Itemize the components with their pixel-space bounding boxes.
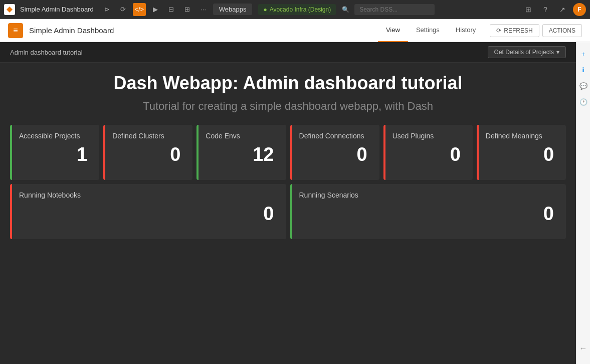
sidenav-back-icon[interactable]: ← [578, 343, 589, 354]
card-label: Running Notebooks [17, 191, 279, 199]
card-running-notebooks: Running Notebooks 0 [10, 184, 286, 239]
project-indicator[interactable]: ● Avocado Infra (Design) [258, 4, 336, 15]
tab-view[interactable]: View [378, 19, 408, 42]
grid-icon[interactable]: ⊞ [522, 3, 535, 16]
top-bar-title: Simple Admin Dashboard [20, 6, 94, 13]
project-name: Avocado Infra (Design) [270, 6, 331, 13]
card-accessible-projects: Accessible Projects 1 [10, 125, 99, 180]
card-value: 0 [390, 144, 466, 165]
dashboard: Admin dashboard tutorial Get Details of … [0, 42, 576, 364]
dashboard-body: Dash Webapp: Admin dashboard tutorial Tu… [0, 63, 576, 253]
card-value: 0 [17, 203, 279, 225]
top-bar: Simple Admin Dashboard ⊳ ⟳ </> ▶ ⊟ ⊞ ···… [0, 0, 590, 19]
card-value: 0 [297, 144, 372, 165]
sidenav-history-icon[interactable]: 🕐 [578, 96, 589, 107]
refresh-icon: ⟳ [496, 27, 501, 34]
avatar[interactable]: F [573, 3, 586, 16]
card-value: 12 [204, 144, 279, 165]
refresh-icon[interactable]: ⟳ [117, 3, 130, 16]
card-label: Defined Clusters [110, 132, 185, 140]
card-defined-clusters: Defined Clusters 0 [103, 125, 192, 180]
card-value: 0 [110, 144, 185, 165]
card-label: Code Envs [204, 132, 279, 140]
get-details-button[interactable]: Get Details of Projects ▾ [488, 46, 566, 58]
app-header: ≡ Simple Admin Dashboard View Settings H… [0, 19, 590, 42]
side-nav: + ℹ 💬 🕐 ← [576, 42, 590, 364]
top-bar-right: ⊞ ? ↗ F [522, 3, 586, 16]
deploy-icon[interactable]: ⊞ [181, 3, 194, 16]
cards-row-2: Running Notebooks 0 Running Scenarios 0 [10, 184, 566, 239]
tab-history[interactable]: History [448, 19, 484, 42]
main-title: Dash Webapp: Admin dashboard tutorial [10, 73, 566, 94]
card-code-envs: Code Envs 12 [196, 125, 286, 180]
app-logo [4, 4, 15, 15]
card-defined-connections: Defined Connections 0 [290, 125, 379, 180]
search-icon: 🔍 [342, 6, 349, 13]
card-label: Running Scenarios [297, 191, 559, 199]
sidenav-info-icon[interactable]: ℹ [578, 64, 589, 75]
trend-icon[interactable]: ↗ [556, 3, 569, 16]
app-nav: View Settings History ⟳ REFRESH ACTIONS [378, 19, 582, 42]
card-label: Accessible Projects [17, 132, 92, 140]
pin-icon[interactable]: ⊳ [101, 3, 114, 16]
toolbar-title: Admin dashboard tutorial [10, 49, 83, 56]
sidenav-chat-icon[interactable]: 💬 [578, 80, 589, 91]
grid-icon-small: ≡ [13, 26, 18, 35]
card-value: 0 [484, 144, 559, 165]
print-icon[interactable]: ⊟ [165, 3, 178, 16]
app-header-title: Simple Admin Dashboard [29, 26, 378, 35]
webapps-tab[interactable]: Webapps [213, 4, 253, 15]
tab-settings[interactable]: Settings [408, 19, 448, 42]
refresh-button[interactable]: ⟳ REFRESH [490, 24, 539, 37]
card-used-plugins: Used Plugins 0 [383, 125, 473, 180]
card-running-scenarios: Running Scenarios 0 [290, 184, 566, 239]
dashboard-toolbar: Admin dashboard tutorial Get Details of … [0, 42, 576, 63]
card-value: 1 [17, 144, 92, 165]
subtitle: Tutorial for creating a simple dashboard… [10, 100, 566, 113]
card-value: 0 [297, 203, 559, 225]
search-input[interactable] [354, 4, 435, 15]
more-icon[interactable]: ··· [197, 3, 210, 16]
play-icon[interactable]: ▶ [149, 3, 162, 16]
chevron-down-icon: ▾ [556, 49, 559, 56]
card-label: Defined Meanings [484, 132, 559, 140]
search-container: 🔍 [342, 4, 435, 15]
help-icon[interactable]: ? [539, 3, 552, 16]
app-header-logo: ≡ [8, 23, 23, 38]
cards-row-1: Accessible Projects 1 Defined Clusters 0… [10, 125, 566, 180]
project-dot: ● [263, 6, 267, 13]
code-icon[interactable]: </> [133, 3, 146, 16]
card-label: Used Plugins [390, 132, 466, 140]
card-defined-meanings: Defined Meanings 0 [477, 125, 566, 180]
actions-button[interactable]: ACTIONS [542, 24, 582, 37]
sidenav-add-icon[interactable]: + [578, 48, 589, 59]
card-label: Defined Connections [297, 132, 372, 140]
